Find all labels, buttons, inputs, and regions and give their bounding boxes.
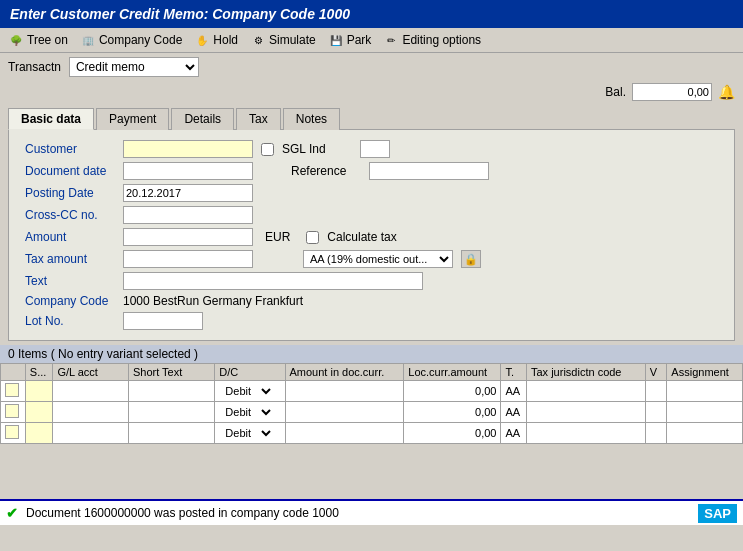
- row-tax-jur-1: [527, 381, 646, 402]
- row-amount-doc-2[interactable]: [285, 402, 404, 423]
- tab-details[interactable]: Details: [171, 108, 234, 130]
- col-short-text: Short Text: [128, 364, 214, 381]
- lock-button[interactable]: 🔒: [461, 250, 481, 268]
- document-date-row: Document date Reference: [17, 160, 726, 182]
- calculate-tax-checkbox[interactable]: [306, 231, 319, 244]
- reference-label: Reference: [291, 164, 361, 178]
- row-loc-amount-2: 0,00: [404, 402, 501, 423]
- tab-tax[interactable]: Tax: [236, 108, 281, 130]
- editing-icon: ✏: [383, 32, 399, 48]
- row-amount-doc-3[interactable]: [285, 423, 404, 444]
- transactn-label: Transactn: [8, 60, 61, 74]
- company-code-row: Company Code 1000 BestRun Germany Frankf…: [17, 292, 726, 310]
- row-s-2[interactable]: [25, 402, 53, 423]
- lot-no-input[interactable]: [123, 312, 203, 330]
- row-icon-3: [1, 423, 26, 444]
- toolbar-simulate[interactable]: ⚙ Simulate: [250, 32, 316, 48]
- tax-amount-input[interactable]: [123, 250, 253, 268]
- row-s-1[interactable]: [25, 381, 53, 402]
- row-v-3[interactable]: [645, 423, 667, 444]
- transactn-select[interactable]: Credit memo: [69, 57, 199, 77]
- document-date-label: Document date: [25, 164, 115, 178]
- tab-basic-data[interactable]: Basic data: [8, 108, 94, 130]
- posting-date-input[interactable]: [123, 184, 253, 202]
- text-input[interactable]: [123, 272, 423, 290]
- col-v: V: [645, 364, 667, 381]
- company-code-value: 1000 BestRun Germany Frankfurt: [123, 294, 303, 308]
- page-title: Enter Customer Credit Memo: Company Code…: [10, 6, 350, 22]
- cross-cc-input[interactable]: [123, 206, 253, 224]
- items-table: S... G/L acct Short Text D/C Amount in d…: [0, 363, 743, 444]
- customer-label: Customer: [25, 142, 115, 156]
- reference-input[interactable]: [369, 162, 489, 180]
- row-short-3[interactable]: [128, 423, 214, 444]
- bal-icon: 🔔: [718, 84, 735, 100]
- row-assign-3[interactable]: [667, 423, 743, 444]
- toolbar-tree-on[interactable]: 🌳 Tree on: [8, 32, 68, 48]
- bal-value[interactable]: [632, 83, 712, 101]
- col-amount-doc: Amount in doc.curr.: [285, 364, 404, 381]
- toolbar-park[interactable]: 💾 Park: [328, 32, 372, 48]
- sgl-ind-label: SGL Ind: [282, 142, 352, 156]
- toolbar-company-code[interactable]: 🏢 Company Code: [80, 32, 182, 48]
- row-short-2[interactable]: [128, 402, 214, 423]
- col-gl-acct: G/L acct: [53, 364, 129, 381]
- row-icon-2: [1, 402, 26, 423]
- row-dc-select-2[interactable]: DebitCredit: [219, 403, 274, 421]
- row-s-3[interactable]: [25, 423, 53, 444]
- row-loc-amount-1: 0,00: [404, 381, 501, 402]
- row-dc-1[interactable]: DebitCredit: [215, 381, 285, 402]
- park-icon: 💾: [328, 32, 344, 48]
- cross-cc-label: Cross-CC no.: [25, 208, 115, 222]
- sgl-ind-input[interactable]: [360, 140, 390, 158]
- tax-type-select[interactable]: AA (19% domestic out...: [303, 250, 453, 268]
- toolbar-editing-options[interactable]: ✏ Editing options: [383, 32, 481, 48]
- row-assign-2[interactable]: [667, 402, 743, 423]
- amount-row: Amount EUR Calculate tax: [17, 226, 726, 248]
- tab-bar: Basic data Payment Details Tax Notes: [0, 103, 743, 129]
- tree-icon: 🌳: [8, 32, 24, 48]
- main-form: Customer SGL Ind Document date Reference…: [8, 129, 735, 341]
- calculate-tax-label: Calculate tax: [327, 230, 396, 244]
- row-dc-2[interactable]: DebitCredit: [215, 402, 285, 423]
- toolbar-editing-label: Editing options: [402, 33, 481, 47]
- sap-logo: SAP: [698, 504, 737, 523]
- toolbar-park-label: Park: [347, 33, 372, 47]
- row-gl-1[interactable]: [53, 381, 129, 402]
- row-assign-1[interactable]: [667, 381, 743, 402]
- row-dc-select-1[interactable]: DebitCredit: [219, 382, 274, 400]
- lot-no-label: Lot No.: [25, 314, 115, 328]
- company-code-label: Company Code: [25, 294, 115, 308]
- row-short-1[interactable]: [128, 381, 214, 402]
- row-tax-jur-2: [527, 402, 646, 423]
- document-date-input[interactable]: [123, 162, 253, 180]
- status-bar: ✔ Document 1600000000 was posted in comp…: [0, 499, 743, 525]
- tab-notes[interactable]: Notes: [283, 108, 340, 130]
- toolbar-tree-label: Tree on: [27, 33, 68, 47]
- col-tax-jur: Tax jurisdictn code: [527, 364, 646, 381]
- row-v-1[interactable]: [645, 381, 667, 402]
- toolbar: 🌳 Tree on 🏢 Company Code ✋ Hold ⚙ Simula…: [0, 28, 743, 53]
- bal-label: Bal.: [605, 85, 626, 99]
- tax-amount-label: Tax amount: [25, 252, 115, 266]
- row-dc-select-3[interactable]: DebitCredit: [219, 424, 274, 442]
- row-gl-3[interactable]: [53, 423, 129, 444]
- toolbar-hold-label: Hold: [213, 33, 238, 47]
- row-tax-jur-3: [527, 423, 646, 444]
- col-dc: D/C: [215, 364, 285, 381]
- items-header: 0 Items ( No entry variant selected ): [0, 345, 743, 363]
- amount-input[interactable]: [123, 228, 253, 246]
- company-icon: 🏢: [80, 32, 96, 48]
- table-row: DebitCredit 0,00 AA: [1, 423, 743, 444]
- row-dc-3[interactable]: DebitCredit: [215, 423, 285, 444]
- col-assignment: Assignment: [667, 364, 743, 381]
- row-amount-doc-1[interactable]: [285, 381, 404, 402]
- items-area: 0 Items ( No entry variant selected ) S.…: [0, 341, 743, 444]
- sgl-ind-checkbox[interactable]: [261, 143, 274, 156]
- table-row: DebitCredit 0,00 AA: [1, 381, 743, 402]
- toolbar-hold[interactable]: ✋ Hold: [194, 32, 238, 48]
- row-v-2[interactable]: [645, 402, 667, 423]
- tab-payment[interactable]: Payment: [96, 108, 169, 130]
- row-gl-2[interactable]: [53, 402, 129, 423]
- customer-input[interactable]: [123, 140, 253, 158]
